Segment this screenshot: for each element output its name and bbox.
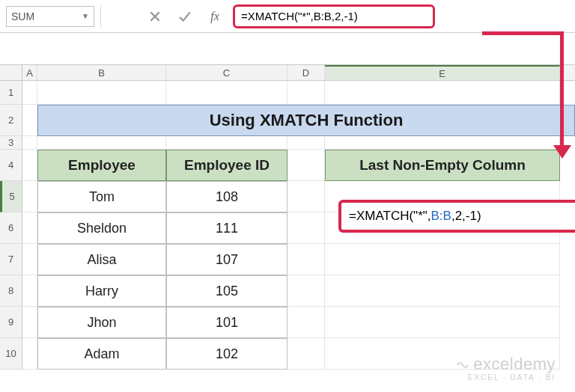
grid-body: Using XMATCH Function Employee Employee …	[22, 81, 575, 370]
row-8: Harry 105	[22, 275, 575, 307]
cell-c6[interactable]: 111	[166, 212, 288, 244]
cell-c7[interactable]: 107	[166, 244, 288, 275]
cell[interactable]	[288, 275, 325, 307]
cell[interactable]	[22, 275, 37, 307]
cell[interactable]	[325, 307, 560, 338]
row-header-6[interactable]: 6	[0, 212, 22, 244]
row-header-1[interactable]: 1	[0, 81, 22, 105]
active-cell-e5[interactable]: =XMATCH("*",B:B,2,-1)	[338, 200, 575, 233]
cell[interactable]	[22, 338, 37, 370]
callout-arrow	[557, 31, 568, 159]
column-headers: A B C D E	[0, 64, 575, 81]
cell[interactable]	[166, 136, 288, 150]
cell[interactable]	[166, 81, 288, 105]
name-box-value: SUM	[11, 10, 34, 22]
cell-b7[interactable]: Alisa	[37, 244, 166, 275]
cell-b10[interactable]: Adam	[37, 338, 166, 370]
cancel-icon[interactable]	[143, 5, 167, 28]
spreadsheet-grid: 1 2 3 4 5 6 7 8 9 10 Using XMATCH Functi…	[0, 81, 575, 370]
row-header-4[interactable]: 4	[0, 150, 22, 181]
header-employee-id[interactable]: Employee ID	[166, 150, 288, 181]
enter-icon[interactable]	[173, 5, 197, 28]
cell[interactable]	[22, 244, 37, 275]
cell[interactable]	[22, 212, 37, 244]
col-header-e[interactable]: E	[325, 65, 560, 80]
cell[interactable]	[22, 307, 37, 338]
row-header-3[interactable]: 3	[0, 136, 22, 150]
cell[interactable]	[37, 81, 166, 105]
cell-c8[interactable]: 105	[166, 275, 288, 307]
header-last-col[interactable]: Last Non-Empty Column	[325, 150, 560, 181]
cell[interactable]	[325, 81, 560, 105]
cell[interactable]	[288, 136, 325, 150]
watermark: exceldemy EXCEL · DATA · BI	[455, 355, 556, 382]
title-cell[interactable]: Using XMATCH Function	[37, 105, 575, 136]
cell-b9[interactable]: Jhon	[37, 307, 166, 338]
separator	[100, 5, 101, 28]
row-7: Alisa 107	[22, 244, 575, 275]
cell[interactable]	[22, 136, 37, 150]
cell[interactable]	[22, 181, 37, 212]
row-3	[22, 136, 575, 150]
watermark-text2: EXCEL · DATA · BI	[455, 373, 556, 382]
cell-c9[interactable]: 101	[166, 307, 288, 338]
cell-c5[interactable]: 108	[166, 181, 288, 212]
cell[interactable]	[325, 244, 560, 275]
formula-pre: =XMATCH("*",	[349, 209, 431, 224]
row-header-5[interactable]: 5	[0, 181, 22, 212]
col-header-b[interactable]: B	[37, 65, 166, 80]
cell[interactable]	[22, 105, 37, 136]
row-header-9[interactable]: 9	[0, 307, 22, 338]
row-header-7[interactable]: 7	[0, 244, 22, 275]
cell-b6[interactable]: Sheldon	[37, 212, 166, 244]
row-header-2[interactable]: 2	[0, 105, 22, 136]
name-box[interactable]: SUM ▼	[6, 6, 94, 27]
formula-bar-area: SUM ▼ fx =XMATCH("*",B:B,2,-1)	[0, 0, 575, 33]
cell[interactable]	[37, 136, 166, 150]
row-1	[22, 81, 575, 105]
cell[interactable]	[22, 81, 37, 105]
cell[interactable]	[288, 81, 325, 105]
col-header-c[interactable]: C	[166, 65, 288, 80]
chevron-down-icon[interactable]: ▼	[82, 12, 89, 20]
cell[interactable]	[288, 181, 325, 212]
cell-b5[interactable]: Tom	[37, 181, 166, 212]
watermark-text1: exceldemy	[473, 355, 556, 373]
cell[interactable]	[288, 307, 325, 338]
cell-c10[interactable]: 102	[166, 338, 288, 370]
header-employee[interactable]: Employee	[37, 150, 166, 181]
row-header-10[interactable]: 10	[0, 338, 22, 370]
fx-icon[interactable]: fx	[203, 5, 227, 28]
row-header-8[interactable]: 8	[0, 275, 22, 307]
cell[interactable]	[288, 338, 325, 370]
cell[interactable]	[288, 150, 325, 181]
col-header-a[interactable]: A	[22, 65, 37, 80]
formula-post: ,2,-1)	[451, 209, 481, 224]
formula-text: =XMATCH("*",B:B,2,-1)	[241, 10, 358, 22]
formula-input[interactable]: =XMATCH("*",B:B,2,-1)	[233, 4, 435, 28]
row-9: Jhon 101	[22, 307, 575, 338]
cell[interactable]	[325, 275, 560, 307]
row-2: Using XMATCH Function	[22, 105, 575, 136]
row-4: Employee Employee ID Last Non-Empty Colu…	[22, 150, 575, 181]
cell[interactable]	[22, 150, 37, 181]
cell[interactable]	[288, 212, 325, 244]
select-all-corner[interactable]	[0, 65, 22, 80]
row-headers: 1 2 3 4 5 6 7 8 9 10	[0, 81, 22, 370]
cell[interactable]	[325, 136, 560, 150]
cell[interactable]	[288, 244, 325, 275]
formula-ref: B:B	[431, 209, 451, 224]
col-header-d[interactable]: D	[288, 65, 325, 80]
cell-b8[interactable]: Harry	[37, 275, 166, 307]
